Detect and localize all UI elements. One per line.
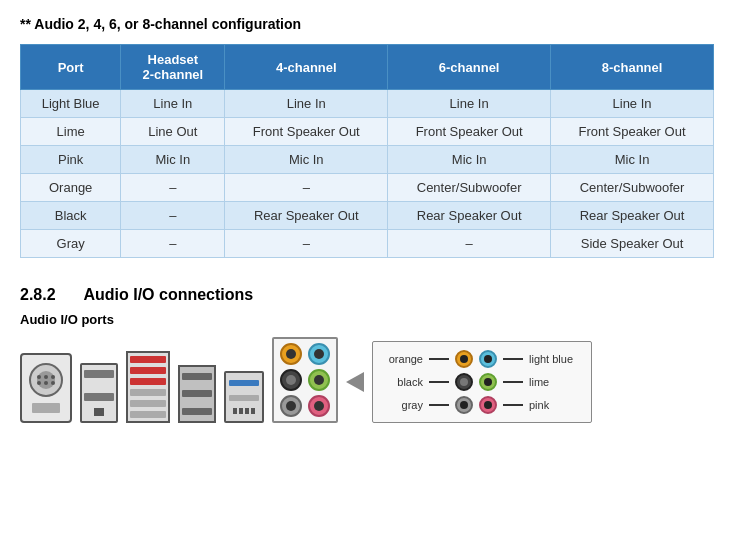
ps2-pin [37, 381, 41, 385]
col-header-4ch: 4-channel [225, 45, 388, 90]
jack-row-2 [280, 369, 330, 391]
jack-orange-inner [286, 349, 296, 359]
legend-arrow [346, 372, 364, 392]
dark-slot-2 [182, 390, 212, 397]
legend-line-left-1 [429, 358, 449, 360]
ps2-pin [37, 375, 41, 379]
usb-slot-1 [84, 370, 114, 378]
table-row: LimeLine OutFront Speaker OutFront Speak… [21, 118, 714, 146]
ps2-circle-inner [37, 371, 55, 389]
ps2-pin-grid [37, 375, 56, 385]
port-name: Gray [21, 230, 121, 258]
legend-jack-gray [455, 396, 473, 414]
channel-value: Mic In [551, 146, 714, 174]
audio-jacks [272, 337, 338, 423]
col-header-6ch: 6-channel [388, 45, 551, 90]
expansion-slots [126, 351, 170, 423]
table-row: Light BlueLine InLine InLine InLine In [21, 90, 714, 118]
ethernet-port [224, 371, 264, 423]
ps2-port [20, 353, 72, 423]
port-name: Light Blue [21, 90, 121, 118]
video-ports [178, 365, 216, 423]
legend-jack-lime [479, 373, 497, 391]
channel-value: Center/Subwoofer [551, 174, 714, 202]
legend-line-right-3 [503, 404, 523, 406]
channel-value: – [225, 174, 388, 202]
legend-jack-gray-inner [460, 401, 468, 409]
col-header-headset: Headset2-channel [121, 45, 225, 90]
slot-bar-1 [130, 356, 166, 363]
ps2-pin [51, 381, 55, 385]
channel-value: Line In [225, 90, 388, 118]
table-row: Gray–––Side Speaker Out [21, 230, 714, 258]
jack-pink-inner [314, 401, 324, 411]
jack-pink [308, 395, 330, 417]
legend-box: orange light blue black [372, 341, 592, 423]
jack-black [280, 369, 302, 391]
section-heading: 2.8.2 Audio I/O connections [20, 286, 714, 304]
legend-jack-black-inner [460, 378, 468, 386]
legend-label-black: black [385, 376, 423, 388]
channel-value: Line In [388, 90, 551, 118]
legend-line-right-1 [503, 358, 523, 360]
jack-lightblue [308, 343, 330, 365]
eth-pin [233, 408, 237, 414]
sub-heading: Audio I/O ports [20, 312, 714, 327]
port-name: Pink [21, 146, 121, 174]
slot-bar-5 [130, 400, 166, 407]
channel-value: Line Out [121, 118, 225, 146]
legend-jack-orange [455, 350, 473, 368]
col-header-port: Port [21, 45, 121, 90]
legend-row-black: black lime [385, 373, 579, 391]
jack-row-1 [280, 343, 330, 365]
jack-lime [308, 369, 330, 391]
legend-jack-pink [479, 396, 497, 414]
slot-bar-4 [130, 389, 166, 396]
eth-pin [245, 408, 249, 414]
channel-value: Front Speaker Out [551, 118, 714, 146]
channel-value: – [121, 202, 225, 230]
legend-label-lightblue: light blue [529, 353, 579, 365]
channel-value: – [121, 174, 225, 202]
jack-orange [280, 343, 302, 365]
audio-io-area: orange light blue black [20, 337, 714, 423]
table-row: Orange––Center/SubwooferCenter/Subwoofer [21, 174, 714, 202]
legend-row-orange: orange light blue [385, 350, 579, 368]
channel-value: – [121, 230, 225, 258]
usb-ports [80, 363, 118, 423]
legend-jack-pink-inner [484, 401, 492, 409]
eth-pin [251, 408, 255, 414]
eth-pins [233, 408, 255, 414]
ps2-pin [44, 381, 48, 385]
jack-lightblue-inner [314, 349, 324, 359]
channel-value: Side Speaker Out [551, 230, 714, 258]
usb-slot-2 [84, 393, 114, 401]
section-number: 2.8.2 [20, 286, 56, 303]
legend-line-left-2 [429, 381, 449, 383]
slot-bar-3 [130, 378, 166, 385]
port-name: Lime [21, 118, 121, 146]
dark-slot-1 [182, 373, 212, 380]
channel-value: Mic In [121, 146, 225, 174]
audio-config-table: Port Headset2-channel 4-channel 6-channe… [20, 44, 714, 258]
channel-value: – [225, 230, 388, 258]
table-row: PinkMic InMic InMic InMic In [21, 146, 714, 174]
channel-value: Front Speaker Out [388, 118, 551, 146]
legend-jack-orange-inner [460, 355, 468, 363]
table-row: Black–Rear Speaker OutRear Speaker OutRe… [21, 202, 714, 230]
channel-value: Line In [551, 90, 714, 118]
channel-value: Rear Speaker Out [225, 202, 388, 230]
legend-row-gray: gray pink [385, 396, 579, 414]
legend-jack-black [455, 373, 473, 391]
jack-lime-inner [314, 375, 324, 385]
section-title: Audio I/O connections [83, 286, 253, 303]
jack-gray [280, 395, 302, 417]
legend-jack-lime-inner [484, 378, 492, 386]
legend-label-gray: gray [385, 399, 423, 411]
col-header-8ch: 8-channel [551, 45, 714, 90]
port-name: Orange [21, 174, 121, 202]
ps2-circle [29, 363, 63, 397]
page-title: ** Audio 2, 4, 6, or 8-channel configura… [20, 16, 714, 32]
eth-pin [239, 408, 243, 414]
legend-line-right-2 [503, 381, 523, 383]
